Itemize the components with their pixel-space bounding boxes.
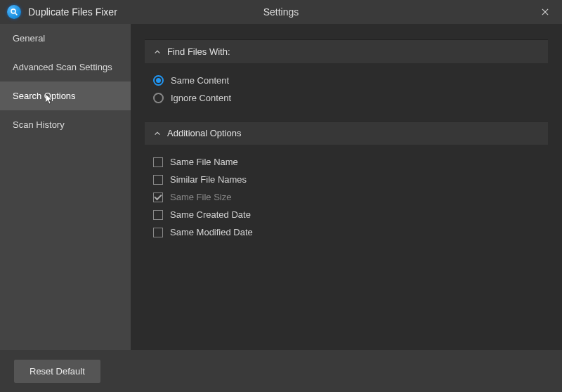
option-same-created-date[interactable]: Same Created Date xyxy=(153,206,548,223)
section-find-files: Find Files With: Same Content Ignore Con… xyxy=(145,39,548,111)
option-label: Same File Size xyxy=(170,192,231,202)
sidebar-item-general[interactable]: General xyxy=(0,24,131,53)
option-same-file-size: Same File Size xyxy=(153,188,548,206)
option-same-content[interactable]: Same Content xyxy=(153,72,548,89)
option-similar-file-names[interactable]: Similar File Names xyxy=(153,171,548,188)
option-label: Ignore Content xyxy=(171,93,231,103)
footer: Reset Default xyxy=(0,350,562,392)
option-label: Similar File Names xyxy=(170,174,247,185)
reset-default-button[interactable]: Reset Default xyxy=(14,360,100,383)
section-header-additional[interactable]: Additional Options xyxy=(145,122,548,145)
option-same-file-name[interactable]: Same File Name xyxy=(153,153,548,171)
section-header-find-files[interactable]: Find Files With: xyxy=(145,40,548,63)
sidebar-item-search-options[interactable]: Search Options xyxy=(0,81,131,110)
radio-icon[interactable] xyxy=(153,93,164,103)
checkbox-icon[interactable] xyxy=(153,210,163,220)
radio-icon[interactable] xyxy=(153,75,164,86)
option-label: Same Content xyxy=(171,75,229,86)
close-button[interactable] xyxy=(535,2,555,22)
sidebar-item-label: Search Options xyxy=(13,91,76,101)
content-area: Find Files With: Same Content Ignore Con… xyxy=(131,24,562,350)
section-title: Find Files With: xyxy=(167,46,230,57)
option-label: Same Modified Date xyxy=(170,227,253,237)
option-label: Same Created Date xyxy=(170,209,251,220)
sidebar-item-scan-history[interactable]: Scan History xyxy=(0,110,131,139)
chevron-up-icon xyxy=(153,129,162,138)
option-label: Same File Name xyxy=(170,157,238,167)
checkbox-icon[interactable] xyxy=(153,157,163,167)
section-title: Additional Options xyxy=(167,128,242,138)
chevron-up-icon xyxy=(153,48,162,56)
svg-line-1 xyxy=(15,13,18,15)
sidebar-item-advanced-scan[interactable]: Advanced Scan Settings xyxy=(0,53,131,81)
svg-point-0 xyxy=(11,9,15,13)
checkbox-icon xyxy=(153,192,163,202)
checkbox-icon[interactable] xyxy=(153,175,163,185)
sidebar: General Advanced Scan Settings Search Op… xyxy=(0,24,131,350)
app-icon xyxy=(7,5,21,19)
checkbox-icon[interactable] xyxy=(153,228,163,237)
option-ignore-content[interactable]: Ignore Content xyxy=(153,89,548,107)
app-title: Duplicate Files Fixer xyxy=(28,6,117,18)
titlebar: Duplicate Files Fixer Settings xyxy=(0,0,562,24)
section-additional-options: Additional Options Same File Name Simila… xyxy=(145,121,548,245)
option-same-modified-date[interactable]: Same Modified Date xyxy=(153,223,548,241)
